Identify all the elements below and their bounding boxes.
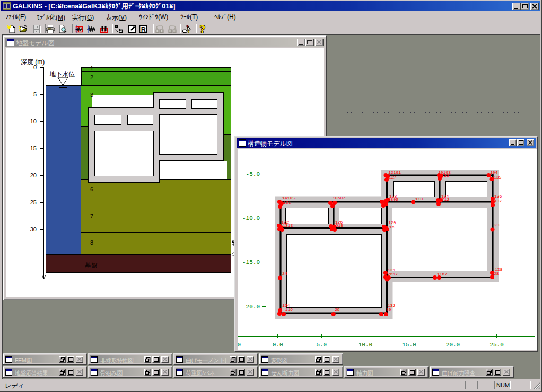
svg-text:R: R <box>141 26 146 33</box>
svg-text:16: 16 <box>389 225 395 229</box>
svg-text:121: 121 <box>283 200 291 205</box>
svg-text:33: 33 <box>444 173 449 178</box>
svg-text:-5.0: -5.0 <box>246 171 260 177</box>
svg-text:12101: 12101 <box>388 170 401 175</box>
svg-text:1: 1 <box>90 65 93 72</box>
svg-text:2617: 2617 <box>388 272 398 277</box>
svg-text:1167: 1167 <box>437 272 447 277</box>
svg-text:8: 8 <box>90 239 93 246</box>
svg-text:0.0: 0.0 <box>273 342 283 348</box>
svg-text:135: 135 <box>494 175 502 180</box>
svg-text:25.0: 25.0 <box>489 342 503 348</box>
svg-text:地下水位: 地下水位 <box>49 70 75 78</box>
svg-text:6: 6 <box>90 186 93 192</box>
svg-text:137: 137 <box>494 199 502 203</box>
svg-text:20.0: 20.0 <box>446 342 460 348</box>
svg-text:15.0: 15.0 <box>402 342 416 348</box>
svg-text:2: 2 <box>90 74 93 81</box>
svg-text:30: 30 <box>30 226 37 233</box>
svg-text:-25.0: -25.0 <box>242 348 260 349</box>
svg-text:5.0: 5.0 <box>316 342 327 348</box>
svg-text:-15.0: -15.0 <box>242 259 260 265</box>
svg-text:127: 127 <box>389 175 397 180</box>
svg-text:104: 104 <box>490 170 498 175</box>
svg-text:110: 110 <box>415 197 423 201</box>
svg-text:23: 23 <box>494 222 500 227</box>
svg-text:10607: 10607 <box>333 195 345 200</box>
svg-text:20: 20 <box>30 172 37 179</box>
svg-text:15: 15 <box>30 145 37 152</box>
svg-text:29: 29 <box>335 307 340 312</box>
svg-text:5: 5 <box>336 200 338 204</box>
svg-text:28: 28 <box>494 271 499 276</box>
svg-text:深度 (m): 深度 (m) <box>21 58 45 66</box>
svg-text:3 119: 3 119 <box>280 307 293 312</box>
svg-text:基盤: 基盤 <box>85 262 98 269</box>
svg-text:1712: 1712 <box>439 197 449 202</box>
svg-text:?: ? <box>200 25 206 33</box>
svg-text:10: 10 <box>30 118 37 124</box>
svg-text:10.0: 10.0 <box>359 342 372 348</box>
svg-text:136: 136 <box>494 194 502 199</box>
svg-text:7: 7 <box>90 213 93 219</box>
svg-text:-20.0: -20.0 <box>242 304 260 310</box>
svg-text:14105: 14105 <box>282 195 295 200</box>
svg-text:25: 25 <box>30 199 37 206</box>
svg-text:24: 24 <box>282 271 287 276</box>
svg-text:30: 30 <box>386 307 391 312</box>
svg-text:5: 5 <box>33 91 37 97</box>
svg-text:1615: 1615 <box>333 223 343 228</box>
svg-text:-5.0: -5.0 <box>238 342 241 348</box>
svg-text:3: 3 <box>90 92 93 98</box>
svg-text:-10.0: -10.0 <box>242 215 260 221</box>
svg-text:10809: 10809 <box>386 197 398 202</box>
svg-text:1313: 1313 <box>283 223 293 228</box>
